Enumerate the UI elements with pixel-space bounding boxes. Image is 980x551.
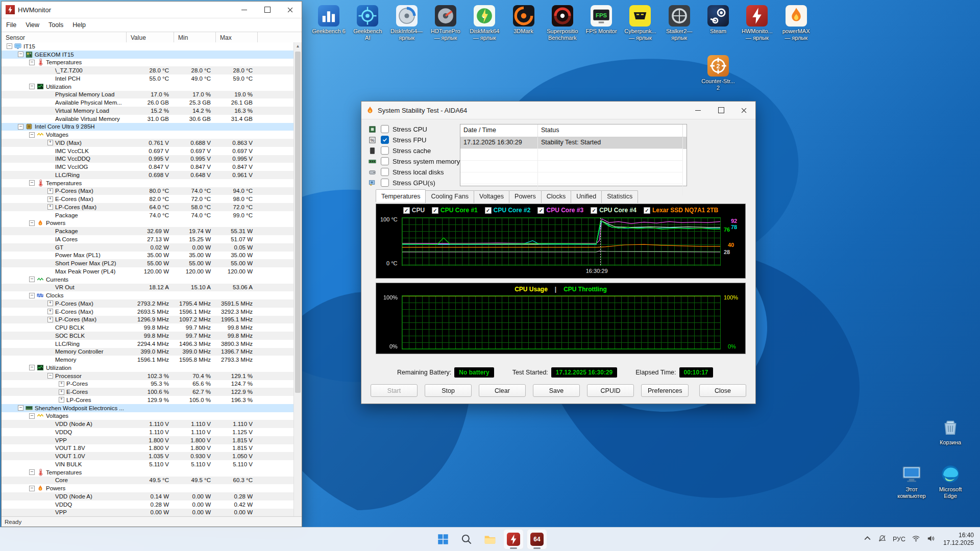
sensor-row[interactable]: +P-Cores (Max)2793.2 MHz1795.4 MHz3591.5… — [2, 299, 294, 308]
collapse-icon[interactable]: – — [29, 180, 35, 186]
expand-icon[interactable]: + — [59, 381, 64, 387]
collapse-icon[interactable]: – — [7, 43, 12, 49]
sensor-row[interactable]: VPP1.800 V1.800 V1.815 V — [2, 436, 294, 444]
collapse-icon[interactable]: – — [29, 486, 35, 491]
sensor-row[interactable]: Package74.0 °C74.0 °C99.0 °C — [2, 211, 294, 219]
language-indicator[interactable]: РУС — [893, 536, 905, 543]
tab-powers[interactable]: Powers — [509, 190, 542, 203]
column-header-min[interactable]: Min — [174, 32, 216, 43]
desktop-icon-powermax[interactable]: powerMAX— ярлык — [777, 5, 816, 41]
taskbar-aida64[interactable]: 64 — [527, 529, 547, 549]
save-button[interactable]: Save — [533, 384, 580, 397]
minimize-button[interactable] — [233, 2, 256, 18]
legend-checkbox-icon[interactable]: ✓ — [591, 207, 597, 214]
sensor-row[interactable]: Virtual Memory Load15.2 %14.2 %16.3 % — [2, 107, 294, 115]
desktop-icon-superposition[interactable]: SuperpositioBenchmark — [543, 5, 582, 41]
desktop-icon-steam[interactable]: Steam — [699, 5, 738, 35]
menu-item-file[interactable]: File — [2, 19, 21, 31]
volume-icon[interactable] — [926, 534, 935, 545]
sensor-row[interactable]: Core49.5 °C49.5 °C60.3 °C — [2, 477, 294, 485]
sensor-row[interactable]: VOUT 1.0V1.035 V0.930 V1.050 V — [2, 452, 294, 460]
collapse-icon[interactable]: – — [29, 60, 35, 65]
sensor-row[interactable]: –Voltages — [2, 131, 294, 139]
sensor-row[interactable]: Max Peak Power (PL4)120.00 W120.00 W120.… — [2, 267, 294, 276]
expand-icon[interactable]: + — [47, 309, 53, 314]
sensor-row[interactable]: –Temperatures — [2, 59, 294, 67]
checkbox-unchecked[interactable] — [381, 146, 389, 155]
collapse-icon[interactable]: – — [29, 277, 35, 282]
legend-checkbox-icon[interactable]: ✓ — [537, 207, 544, 214]
scrollbar-thumb[interactable] — [295, 52, 301, 393]
tab-unified[interactable]: Unified — [571, 190, 602, 203]
sensor-row[interactable]: \_TZ.TZ0028.0 °C28.0 °C28.0 °C — [2, 66, 294, 74]
sensor-row[interactable]: VPP0.00 W0.00 W0.00 W — [2, 509, 294, 517]
tab-temperatures[interactable]: Temperatures — [376, 189, 426, 202]
desktop-icon-geekbench-ai[interactable]: GeekbenchAI — [348, 5, 387, 41]
taskbar-clock[interactable]: 16:40 17.12.2025 — [943, 532, 977, 547]
sensor-row[interactable]: GT0.02 W0.00 W0.05 W — [2, 243, 294, 252]
expand-icon[interactable]: + — [59, 389, 64, 395]
sensor-row[interactable]: –Temperatures — [2, 179, 294, 187]
desktop-icon-edge[interactable]: MicrosoftEdge — [931, 463, 970, 499]
legend-checkbox-icon[interactable]: ✓ — [644, 207, 650, 214]
sensor-row[interactable]: Memory1596.1 MHz1595.8 MHz2793.3 MHz — [2, 356, 294, 364]
tray-chevron-up-icon[interactable] — [863, 534, 872, 545]
menu-item-help[interactable]: Help — [68, 19, 90, 31]
checkbox-unchecked[interactable] — [381, 168, 389, 176]
sensor-row[interactable]: Package32.69 W19.74 W55.31 W — [2, 227, 294, 235]
sensor-row[interactable]: +LP-Cores129.9 %105.0 %196.3 % — [2, 396, 294, 404]
collapse-icon[interactable]: – — [29, 220, 35, 226]
sensor-row[interactable]: VDD (Node A)0.14 W0.00 W0.28 W — [2, 492, 294, 500]
sensor-row[interactable]: VDDQ1.110 V1.110 V1.125 V — [2, 428, 294, 436]
column-header-value[interactable]: Value — [127, 32, 174, 43]
checkbox-unchecked[interactable] — [381, 157, 389, 165]
sensor-row[interactable]: –IT15 — [2, 42, 294, 51]
sensor-row[interactable]: –Voltages — [2, 412, 294, 420]
checkbox-unchecked[interactable] — [381, 125, 389, 133]
sensor-row[interactable]: –Currents — [2, 276, 294, 284]
column-header-sensor[interactable]: Sensor — [2, 32, 127, 43]
sensor-row[interactable]: Available Virtual Memory31.0 GB30.6 GB31… — [2, 115, 294, 123]
sensor-row[interactable]: VIN BULK5.110 V5.110 V5.110 V — [2, 460, 294, 468]
sensor-row[interactable]: +E-Cores (Max)82.0 °C72.0 °C98.0 °C — [2, 195, 294, 203]
collapse-icon[interactable]: – — [29, 84, 35, 89]
tab-statistics[interactable]: Statistics — [601, 190, 638, 203]
desktop-icon-hdtunepro[interactable]: HDTunePro— ярлык — [426, 5, 465, 41]
expand-icon[interactable]: + — [59, 397, 64, 403]
sensor-row[interactable]: +E-Cores100.6 %62.7 %122.9 % — [2, 388, 294, 396]
search-button[interactable] — [456, 529, 477, 549]
legend-checkbox-icon[interactable]: ✓ — [403, 207, 410, 214]
sensor-row[interactable]: –Utilization — [2, 364, 294, 372]
sensor-row[interactable]: Short Power Max (PL2)55.00 W55.00 W55.00… — [2, 259, 294, 267]
sensor-row[interactable]: –Powers — [2, 484, 294, 492]
collapse-icon[interactable]: – — [29, 132, 35, 138]
collapse-icon[interactable]: – — [18, 405, 23, 411]
maximize-button[interactable] — [709, 102, 732, 119]
close-button[interactable] — [279, 2, 302, 18]
sensor-row[interactable]: CPU BCLK99.8 MHz99.7 MHz99.8 MHz — [2, 323, 294, 332]
file-explorer-button[interactable] — [480, 529, 500, 549]
tab-cooling-fans[interactable]: Cooling Fans — [425, 190, 474, 203]
desktop-icon-fps-monitor[interactable]: FPSFPS Monitor — [582, 5, 621, 35]
sensor-row[interactable]: IA Cores27.13 W15.25 W51.07 W — [2, 235, 294, 243]
scroll-up-icon[interactable]: ▲ — [294, 42, 302, 50]
preferences-button[interactable]: Preferences — [641, 384, 689, 397]
expand-icon[interactable]: + — [47, 317, 53, 322]
hwmonitor-scrollbar[interactable]: ▲ — [293, 42, 302, 516]
legend-checkbox-icon[interactable]: ✓ — [432, 207, 438, 214]
collapse-icon[interactable]: – — [18, 52, 23, 57]
taskbar-hwmonitor[interactable] — [503, 529, 524, 549]
maximize-button[interactable] — [256, 2, 279, 18]
sensor-row[interactable]: Power Max (PL1)35.00 W35.00 W35.00 W — [2, 252, 294, 260]
desktop-icon-diskmark64[interactable]: DiskMark64— ярлык — [465, 5, 504, 41]
close-button[interactable] — [732, 102, 755, 119]
expand-icon[interactable]: + — [47, 140, 53, 145]
menu-item-view[interactable]: View — [21, 19, 44, 31]
desktop-icon-cyberpunk[interactable]: Cyberpunk...— ярлык — [621, 5, 659, 41]
log-column-status[interactable]: Status — [538, 124, 683, 137]
cpuid-button[interactable]: CPUID — [587, 384, 634, 397]
sensor-row[interactable]: IMC VccIOG0.847 V0.847 V0.847 V — [2, 163, 294, 171]
checkbox-checked[interactable] — [381, 136, 389, 144]
sensor-row[interactable]: –Shenzhen Wodposit Electronics ... — [2, 404, 294, 412]
collapse-icon[interactable]: – — [29, 365, 35, 370]
